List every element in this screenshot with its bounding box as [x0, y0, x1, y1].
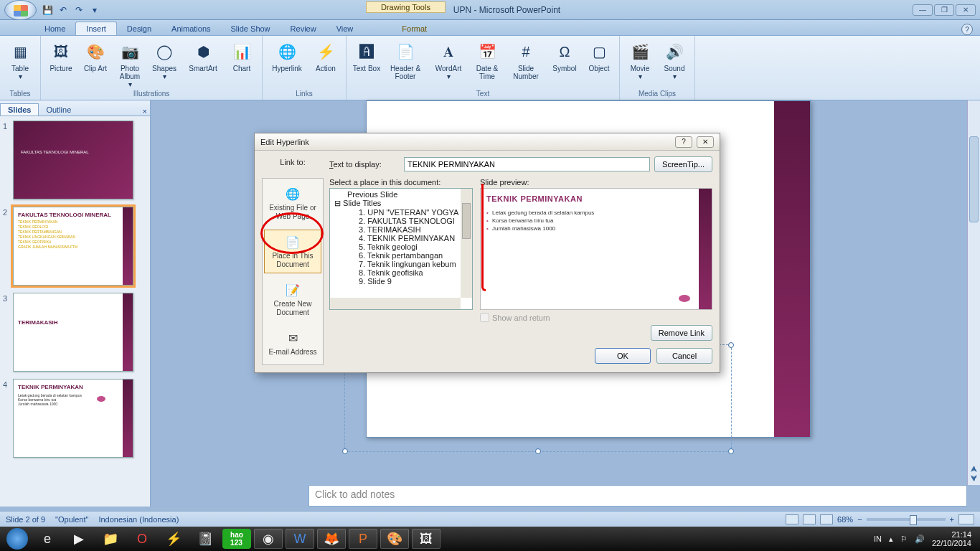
- zoom-in-icon[interactable]: +: [950, 515, 954, 524]
- qat-more-icon[interactable]: ▾: [88, 4, 101, 17]
- cmd-action[interactable]: ⚡Action: [310, 39, 341, 72]
- close-button[interactable]: ✕: [956, 4, 976, 16]
- thumb-1[interactable]: 1 FAKULTAS TEKNOLOGI MINERAL: [3, 121, 147, 199]
- remove-link-button[interactable]: Remove Link: [651, 325, 712, 341]
- tree-item[interactable]: 1. UPN "VETERAN" YOGYA: [334, 208, 461, 217]
- tab-view[interactable]: View: [326, 22, 364, 35]
- tree-item[interactable]: 3. TERIMAKASIH: [334, 225, 461, 234]
- zoom-out-icon[interactable]: −: [857, 515, 862, 524]
- cmd-picture[interactable]: 🖼Picture: [45, 39, 77, 88]
- panel-close-icon[interactable]: ×: [143, 107, 147, 116]
- cmd-wordart[interactable]: 𝐀WordArt▾: [428, 39, 468, 80]
- fit-window-icon[interactable]: [958, 514, 974, 524]
- redo-icon[interactable]: ↷: [72, 4, 85, 17]
- resize-handle[interactable]: [728, 448, 734, 454]
- task-powerpoint-icon[interactable]: P: [349, 529, 377, 549]
- text-to-display-input[interactable]: [404, 157, 650, 171]
- cmd-textbox[interactable]: 🅰Text Box: [351, 39, 382, 80]
- save-icon[interactable]: 💾: [41, 4, 54, 17]
- task-opera-icon[interactable]: O: [128, 529, 156, 549]
- task-gimp-icon[interactable]: 🦊: [317, 529, 346, 549]
- thumb-3[interactable]: 3 TERIMAKASIH: [3, 293, 147, 372]
- thumb-2[interactable]: 2 FAKULTAS TEKNOLOGI MINERAL TEKNIK PERM…: [3, 207, 147, 286]
- help-icon[interactable]: ?: [961, 24, 973, 35]
- linkto-existing[interactable]: 🌐Existing File or Web Page: [264, 182, 321, 225]
- task-viewer-icon[interactable]: 🖼: [412, 529, 440, 549]
- tree-item[interactable]: 7. Teknik lingkungan kebum: [334, 260, 461, 268]
- cmd-object[interactable]: ▢Object: [583, 39, 615, 80]
- zoom-slider[interactable]: [867, 518, 946, 521]
- tab-insert[interactable]: Insert: [75, 22, 117, 35]
- cmd-headerfooter[interactable]: 📄Header & Footer: [385, 39, 425, 80]
- volume-icon[interactable]: 🔊: [915, 534, 925, 544]
- cmd-slidenumber[interactable]: #Slide Number: [506, 39, 546, 80]
- notes-pane[interactable]: Click to add notes: [308, 485, 967, 507]
- flag-icon[interactable]: ⚐: [900, 534, 908, 544]
- resize-handle[interactable]: [728, 342, 734, 348]
- ok-button[interactable]: OK: [595, 348, 651, 364]
- linkto-place[interactable]: 📄Place in This Document: [264, 230, 321, 273]
- tree-scrollbar-h[interactable]: [330, 298, 461, 309]
- cmd-symbol[interactable]: ΩSymbol: [549, 39, 580, 80]
- ime-indicator[interactable]: IN: [874, 534, 882, 543]
- start-button[interactable]: [3, 527, 32, 551]
- cancel-button[interactable]: Cancel: [656, 348, 712, 364]
- cmd-clipart[interactable]: 🎨Clip Art: [80, 39, 111, 88]
- cmd-movie[interactable]: 🎬Movie▾: [624, 39, 656, 80]
- cmd-datetime[interactable]: 📅Date & Time: [471, 39, 503, 80]
- tab-home[interactable]: Home: [34, 22, 75, 35]
- vertical-scrollbar[interactable]: ⮝⮟: [967, 100, 980, 485]
- tab-slideshow[interactable]: Slide Show: [221, 22, 281, 35]
- task-paint-icon[interactable]: 🎨: [380, 529, 409, 549]
- tree-item[interactable]: 9. Slide 9: [334, 277, 461, 286]
- dialog-close-icon[interactable]: ✕: [697, 136, 714, 148]
- cmd-hyperlink[interactable]: 🌐Hyperlink: [267, 39, 307, 72]
- cmd-table[interactable]: ▦Table▾: [4, 39, 36, 80]
- zoom-percent[interactable]: 68%: [837, 515, 853, 524]
- tree-item[interactable]: 5. Teknik geologi: [334, 242, 461, 251]
- cmd-photoalbum[interactable]: 📷Photo Album▾: [114, 39, 146, 88]
- panel-tab-slides[interactable]: Slides: [0, 103, 39, 116]
- resize-handle[interactable]: [535, 448, 541, 454]
- tab-animations[interactable]: Animations: [161, 22, 220, 35]
- task-notepad-icon[interactable]: 📓: [191, 529, 220, 549]
- linkto-email[interactable]: ✉E-mail Address: [264, 326, 321, 362]
- tree-scrollbar[interactable]: [461, 189, 472, 298]
- task-winamp-icon[interactable]: ⚡: [159, 529, 188, 549]
- tab-review[interactable]: Review: [281, 22, 326, 35]
- minimize-button[interactable]: —: [913, 4, 933, 16]
- linkto-newdoc[interactable]: 📝Create New Document: [264, 278, 321, 321]
- dialog-titlebar[interactable]: Edit Hyperlink ? ✕: [255, 133, 720, 151]
- next-slide-icon[interactable]: ⮟: [969, 474, 979, 482]
- dialog-help-icon[interactable]: ?: [675, 136, 692, 148]
- tree-item[interactable]: 6. Teknik pertambangan: [334, 251, 461, 260]
- view-slideshow-icon[interactable]: [820, 514, 833, 524]
- task-word-icon[interactable]: W: [286, 529, 314, 549]
- tree-item[interactable]: 8. Teknik geofisika: [334, 268, 461, 277]
- prev-slide-icon[interactable]: ⮝: [969, 465, 979, 473]
- panel-tab-outline[interactable]: Outline: [39, 104, 78, 116]
- view-normal-icon[interactable]: [786, 514, 798, 524]
- place-tree[interactable]: Previous Slide ⊟ Slide Titles 1. UPN "VE…: [329, 188, 473, 310]
- task-hao-icon[interactable]: hao123: [222, 529, 251, 549]
- tree-item[interactable]: 2. FAKULTAS TEKNOLOGI: [334, 217, 461, 225]
- resize-handle[interactable]: [342, 448, 348, 454]
- task-explorer-icon[interactable]: 📁: [96, 529, 125, 549]
- scrollbar-thumb[interactable]: [969, 136, 979, 222]
- cmd-sound[interactable]: 🔊Sound▾: [659, 39, 690, 80]
- tree-branch[interactable]: Slide Titles: [343, 199, 381, 207]
- thumb-4[interactable]: 4 TEKNIK PERMINYAKAN Letak gedung berada…: [3, 379, 147, 458]
- clock[interactable]: 21:14 22/10/2014: [932, 530, 971, 547]
- undo-icon[interactable]: ↶: [57, 4, 70, 17]
- tab-design[interactable]: Design: [117, 22, 161, 35]
- view-sorter-icon[interactable]: [803, 514, 816, 524]
- restore-button[interactable]: ❐: [934, 4, 954, 16]
- tree-item[interactable]: Previous Slide: [334, 190, 461, 199]
- task-chrome-icon[interactable]: ◉: [254, 529, 283, 549]
- task-ie-icon[interactable]: e: [33, 529, 62, 549]
- office-button[interactable]: [4, 0, 37, 20]
- thumbnails[interactable]: 1 FAKULTAS TEKNOLOGI MINERAL 2 FAKULTAS …: [0, 116, 150, 507]
- status-language[interactable]: Indonesian (Indonesia): [98, 515, 179, 524]
- task-media-icon[interactable]: ▶: [65, 529, 93, 549]
- tray-more-icon[interactable]: ▴: [889, 534, 893, 544]
